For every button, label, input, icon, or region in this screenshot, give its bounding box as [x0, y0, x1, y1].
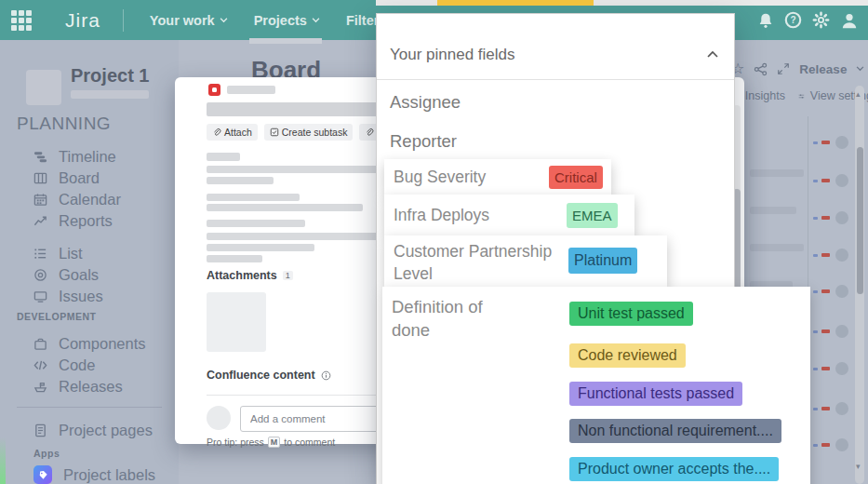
dod-badge-code-reviewed: Code reviewed	[569, 343, 686, 368]
sidebar-item-board[interactable]: Board	[33, 168, 100, 188]
list-icon	[33, 247, 47, 261]
project-labels-icon	[33, 465, 52, 484]
attachment-thumbnail[interactable]	[207, 292, 266, 352]
attach-button[interactable]: Attach	[207, 124, 258, 141]
share-icon[interactable]	[754, 62, 768, 76]
active-tab-indicator	[249, 38, 322, 44]
scroll-down-arrow[interactable]: ▾	[856, 462, 861, 471]
attach-label: Attach	[224, 127, 252, 138]
field-label: Bug Severity	[394, 167, 486, 189]
board-toolbar-secondary: Insights View setting	[733, 89, 868, 102]
board-scrollbar[interactable]	[855, 86, 864, 484]
board-toolbar: ☆ Release •••	[731, 61, 868, 76]
notifications-bell-icon[interactable]	[757, 12, 774, 29]
project-sidebar: Project 1 PLANNING Timeline Board Calend…	[0, 40, 179, 484]
info-icon	[321, 370, 331, 381]
sidebar-item-reports[interactable]: Reports	[33, 210, 113, 231]
app-switcher-icon[interactable]	[11, 10, 32, 31]
pro-tip-suffix: to comment	[284, 437, 335, 448]
scroll-up-arrow[interactable]: ▴	[856, 89, 861, 99]
sidebar-item-timeline[interactable]: Timeline	[33, 146, 116, 167]
field-label: Definition of done	[392, 296, 517, 343]
sidebar-item-goals[interactable]: Goals	[33, 264, 99, 285]
pinned-field-card-bug-severity[interactable]: Bug Severity Critical	[384, 159, 611, 195]
sidebar-item-components[interactable]: Components	[33, 333, 146, 354]
code-icon	[33, 358, 47, 372]
description-placeholder	[207, 177, 274, 184]
description-placeholder	[207, 255, 262, 262]
pinned-field-assignee[interactable]: Assignee	[390, 92, 461, 113]
field-label: Customer Partnership Level	[394, 241, 554, 285]
issues-icon	[33, 289, 47, 303]
sidebar-item-issues[interactable]: Issues	[33, 286, 103, 306]
bug-type-icon	[208, 84, 220, 96]
sidebar-item-label: Project pages	[59, 422, 153, 439]
link-icon	[365, 128, 374, 137]
board-card-row	[813, 402, 848, 415]
field-label: Infra Deploys	[394, 205, 489, 227]
development-section-header: DEVELOPMENT	[17, 311, 96, 322]
planning-section-header: PLANNING	[17, 114, 111, 134]
jira-logo[interactable]: Jira	[65, 9, 100, 32]
nav-your-work[interactable]: Your work	[150, 13, 228, 28]
status-badge-platinum: Platinum	[568, 248, 637, 274]
keyboard-shortcut-m: M	[268, 437, 281, 448]
nav-projects-label: Projects	[254, 13, 307, 28]
nav-your-work-label: Your work	[150, 13, 215, 28]
create-subtask-button[interactable]: Create subtask	[264, 124, 354, 141]
nav-projects[interactable]: Projects	[254, 13, 320, 28]
issue-key-placeholder	[227, 86, 275, 94]
description-placeholder	[207, 204, 363, 211]
sidebar-item-label: Components	[59, 335, 146, 353]
project-avatar	[26, 70, 61, 105]
board-card-row	[813, 362, 848, 375]
attachments-count: 1	[283, 271, 293, 280]
sidebar-item-code[interactable]: Code	[33, 355, 95, 375]
create-subtask-label: Create subtask	[282, 127, 348, 138]
pro-tip: Pro tip: press M to comment	[207, 437, 335, 448]
confluence-label: Confluence content	[207, 369, 315, 382]
board-card-row	[813, 249, 848, 262]
pinned-field-card-definition-of-done[interactable]: Definition of done Unit test passed Code…	[382, 287, 810, 484]
board-card-row	[813, 211, 848, 224]
pinned-field-card-customer-partnership[interactable]: Customer Partnership Level Platinum	[384, 235, 667, 287]
sidebar-item-label: Project labels	[63, 466, 155, 484]
dod-badge-unit-test: Unit test passed	[569, 302, 693, 326]
board-card-row	[813, 136, 848, 149]
board-scrollbar-thumb[interactable]	[857, 147, 863, 294]
insights-button[interactable]: Insights	[745, 89, 785, 102]
pinned-field-reporter[interactable]: Reporter	[390, 131, 457, 152]
sidebar-item-releases[interactable]: Releases	[33, 376, 123, 397]
sidebar-item-label: Goals	[59, 266, 99, 284]
release-button[interactable]: Release	[799, 62, 847, 76]
project-name: Project 1	[71, 65, 149, 87]
collapse-chevron-up-icon[interactable]	[706, 49, 719, 59]
help-icon[interactable]: ?	[784, 11, 802, 29]
nav-divider	[123, 9, 124, 32]
card-placeholder	[750, 169, 804, 177]
jira-app-screen: Jira Your work Projects Filters ? Projec…	[0, 0, 868, 484]
board-card-row	[813, 438, 848, 451]
sidebar-item-list[interactable]: List	[33, 243, 83, 263]
sidebar-item-project-labels[interactable]: Project labels	[33, 464, 155, 484]
components-icon	[33, 337, 47, 351]
description-placeholder	[207, 194, 300, 201]
sidebar-divider	[17, 407, 162, 408]
timeline-icon	[33, 150, 47, 164]
board-icon	[33, 171, 47, 185]
dod-badge-functional-tests: Functional tests passed	[569, 382, 742, 406]
svg-text:?: ?	[790, 15, 795, 25]
reports-icon	[33, 214, 47, 228]
profile-avatar-icon[interactable]	[840, 11, 859, 30]
view-settings-icon	[798, 90, 805, 102]
card-placeholder	[750, 207, 796, 214]
sidebar-item-calendar[interactable]: Calendar	[33, 189, 121, 209]
sidebar-item-project-pages[interactable]: Project pages	[33, 420, 153, 440]
pinned-field-card-infra-deploys[interactable]: Infra Deploys EMEA	[384, 195, 634, 235]
description-placeholder	[207, 220, 305, 227]
expand-icon[interactable]	[777, 62, 790, 75]
board-card-row	[813, 325, 848, 338]
chevron-down-icon	[312, 18, 320, 23]
settings-gear-icon[interactable]	[812, 11, 830, 29]
attachments-label: Attachments	[207, 269, 277, 282]
